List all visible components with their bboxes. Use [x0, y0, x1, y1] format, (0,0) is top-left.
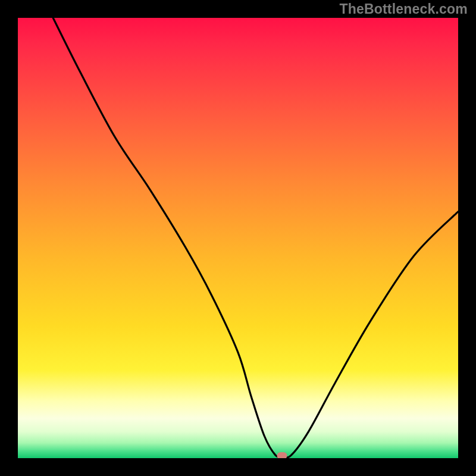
- watermark-text: TheBottleneck.com: [339, 1, 468, 17]
- plot-area: [18, 18, 458, 458]
- bottleneck-curve-path: [53, 18, 458, 458]
- bottleneck-marker: [277, 452, 287, 458]
- curve-svg: [18, 18, 458, 458]
- chart-frame: TheBottleneck.com: [0, 0, 476, 476]
